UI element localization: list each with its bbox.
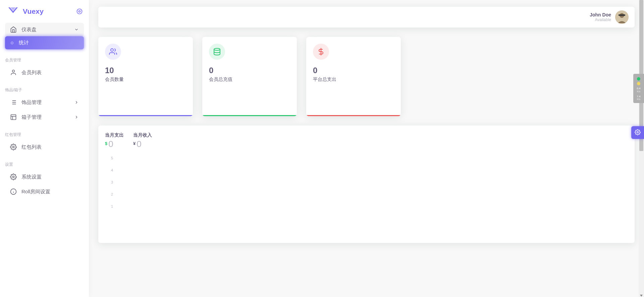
stat-card-payout: 0 平台总支出	[306, 37, 401, 116]
brand-logo-icon	[7, 7, 19, 16]
revenue-expense-title: 当月支出	[105, 132, 124, 138]
sidebar-item-label: Roll房间设置	[21, 189, 79, 195]
net-down: 0.4K/s	[634, 87, 643, 93]
circle-icon	[10, 41, 14, 45]
chart-tick: 2	[111, 192, 628, 196]
revenue-income: 当月收入 ¥ 0	[133, 132, 152, 149]
gear-icon	[635, 129, 641, 136]
scroll-down-icon[interactable]	[640, 293, 643, 296]
users-icon	[105, 44, 121, 60]
chevron-right-icon	[74, 100, 79, 105]
svg-point-14	[13, 176, 14, 178]
sidebar-pin-icon[interactable]	[76, 8, 83, 15]
brand-link[interactable]: Vuexy	[7, 7, 44, 16]
net-status-dot-icon	[637, 77, 640, 81]
sidebar-section-members: 会员管理	[0, 51, 89, 66]
sidebar-item-label: 仪表盘	[21, 27, 69, 33]
sidebar-item-dashboard[interactable]: 仪表盘	[5, 23, 84, 36]
svg-point-22	[214, 48, 220, 50]
sidebar-item-stats[interactable]: 统计	[5, 36, 84, 49]
revenue-chart: 5 4 3 2 1	[105, 154, 628, 208]
chart-y-axis: 5 4 3 2 1	[111, 156, 628, 208]
stat-label: 会员数量	[105, 77, 186, 83]
customizer-button[interactable]	[631, 126, 644, 139]
sidebar-item-system-settings[interactable]: 系统设置	[5, 170, 84, 184]
stat-value: 0	[313, 66, 394, 75]
revenue-expense-value: 0	[108, 139, 113, 149]
stat-label: 平台总支出	[313, 77, 394, 83]
user-menu[interactable]: John Doe Available	[590, 10, 629, 24]
svg-point-13	[13, 146, 14, 148]
revenue-card: 当月支出 $ 0 当月收入 ¥ 0 5 4	[98, 126, 635, 243]
main-content: John Doe Available 10 会员数量	[89, 0, 644, 297]
stat-value: 0	[209, 66, 290, 75]
home-icon	[10, 26, 17, 33]
layout-icon	[10, 114, 17, 120]
svg-point-0	[77, 9, 82, 14]
svg-point-2	[11, 42, 13, 44]
chart-tick: 1	[111, 204, 628, 208]
chart-tick: 3	[111, 180, 628, 184]
currency-dollar: $	[105, 141, 107, 146]
stat-label: 会员总充值	[209, 77, 290, 83]
topbar: John Doe Available	[98, 7, 635, 28]
chart-tick: 4	[111, 168, 628, 172]
user-icon	[10, 69, 17, 76]
sidebar-item-label: 统计	[19, 40, 79, 46]
sidebar-item-label: 饰品管理	[21, 99, 69, 106]
revenue-income-title: 当月收入	[133, 132, 152, 138]
sidebar: Vuexy 仪表盘	[0, 0, 89, 297]
net-status-dot-icon	[637, 82, 640, 85]
sidebar-item-label: 会员列表	[21, 69, 79, 76]
sidebar-item-item-manage[interactable]: 饰品管理	[5, 96, 84, 109]
net-up: 7.4K/s	[634, 95, 643, 101]
svg-rect-20	[619, 14, 625, 16]
svg-point-1	[79, 11, 80, 12]
svg-rect-10	[11, 115, 16, 120]
avatar	[615, 10, 629, 24]
info-icon	[10, 188, 17, 195]
sidebar-item-label: 箱子管理	[21, 114, 69, 120]
revenue-income-value: 0	[137, 139, 141, 149]
sidebar-item-box-manage[interactable]: 箱子管理	[5, 110, 84, 124]
user-name: John Doe	[590, 12, 611, 17]
stat-value: 10	[105, 66, 186, 75]
gear-icon	[10, 174, 17, 180]
svg-point-3	[12, 70, 15, 72]
svg-point-24	[637, 131, 639, 133]
user-status: Available	[590, 17, 611, 22]
revenue-expense: 当月支出 $ 0	[105, 132, 124, 149]
sidebar-section-redpacket: 红包管理	[0, 125, 89, 140]
gear-icon	[10, 144, 17, 150]
dollar-icon	[313, 44, 329, 60]
chevron-right-icon	[74, 115, 79, 119]
network-widget: 0.4K/s 7.4K/s	[633, 74, 644, 103]
list-icon	[10, 99, 17, 106]
sidebar-item-label: 红包列表	[21, 144, 79, 150]
currency-yen: ¥	[133, 141, 136, 146]
database-icon	[209, 44, 225, 60]
sidebar-item-redpacket-list[interactable]: 红包列表	[5, 140, 84, 154]
brand-name: Vuexy	[23, 7, 44, 15]
chart-tick: 5	[111, 156, 628, 160]
sidebar-item-roll-room-settings[interactable]: Roll房间设置	[5, 185, 84, 198]
sidebar-section-items: 饰品/箱子	[0, 81, 89, 96]
sidebar-item-member-list[interactable]: 会员列表	[5, 66, 84, 79]
chevron-down-icon	[74, 27, 79, 32]
stat-card-members: 10 会员数量	[98, 37, 193, 116]
sidebar-item-label: 系统设置	[21, 174, 79, 180]
stat-card-recharge: 0 会员总充值	[202, 37, 297, 116]
sidebar-section-settings: 设置	[0, 155, 89, 170]
svg-point-21	[111, 49, 113, 51]
scrollbar[interactable]	[639, 0, 644, 297]
